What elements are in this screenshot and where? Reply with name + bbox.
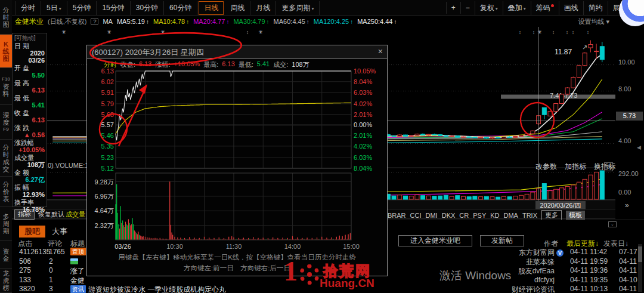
info-value-5: ▲ 0.56: [14, 131, 45, 138]
ma-value-4: MA60:4.45↑: [274, 18, 309, 25]
sidebar-item-kxian-tu[interactable]: K线图: [0, 35, 12, 68]
enter-stock-bar-button[interactable]: 进入金健米业吧: [398, 235, 472, 246]
info-value-10: 16.78%: [14, 206, 45, 213]
forum-tab-1[interactable]: 大事: [47, 226, 73, 238]
axis-price-label-0: 10.00: [618, 58, 635, 66]
period-toolbar: 分时5日▾5分钟15分钟30分钟60分钟日线周线月线更多周期▾ +−复权▾叠加▾…: [12, 0, 644, 16]
news-row-1[interactable]: 韭菜本缘04-11 19:5904-11: [453, 257, 644, 267]
svg-text:✳: ✳: [160, 29, 165, 35]
floating-assistant-ball[interactable]: [619, 0, 644, 26]
volume-pane-close-icon[interactable]: ×: [604, 162, 613, 171]
sidebar-item-fenshi-tu[interactable]: 分时图: [0, 0, 12, 35]
indicator-tab-模板[interactable]: 模板: [566, 211, 585, 220]
close-icon[interactable]: ×: [378, 47, 383, 56]
expand-right-icon[interactable]: »: [625, 201, 629, 209]
chart-mode-label: (日线,不复权): [48, 17, 86, 26]
svg-text:↕: ↕: [552, 29, 555, 35]
period-button-5[interactable]: 60分钟: [164, 1, 197, 15]
sidebar-item-fenjia-biao[interactable]: 分价表: [0, 177, 12, 206]
sidebar-item-fenshi-chengjiao[interactable]: 分时成交: [0, 140, 12, 177]
info-value-9: 12.93%: [14, 191, 45, 198]
svg-text:✳: ✳: [258, 29, 263, 35]
svg-text:10.05%: 10.05%: [354, 67, 376, 75]
info-label-3: 最 低: [14, 94, 45, 101]
svg-text:11:30: 11:30: [226, 243, 242, 250]
period-button-7[interactable]: 周线: [225, 1, 250, 15]
indicator-tab-brar[interactable]: BRAR: [388, 212, 406, 219]
period-button-0[interactable]: 分时: [15, 1, 41, 15]
indicator-tab-dkx[interactable]: DKX: [442, 212, 456, 219]
indicator-tab-更多[interactable]: 更多: [541, 210, 562, 220]
popup-titlebar[interactable]: (600127) 2020年3月26日 星期四 ×: [87, 45, 387, 58]
svg-text:5.57: 5.57: [101, 121, 114, 128]
axis-price-label-2: 4.00: [618, 137, 631, 144]
panel-collapse-icon[interactable]: ⌄: [608, 221, 617, 227]
sidebar-item-shendu-f9[interactable]: 深度F9: [0, 105, 12, 140]
sidebar-item-f10-ziliao[interactable]: F10资料: [0, 68, 12, 105]
cursor-date-label: 2020/03/26/四: [535, 201, 586, 209]
indicator-tab-dmi[interactable]: DMI: [426, 212, 438, 219]
axis-price-label-1: 8.00: [618, 85, 631, 92]
intraday-info-1: 收盘:: [120, 60, 135, 69]
svg-text:↕: ↕: [587, 29, 590, 35]
help-icon[interactable]: ?: [91, 18, 98, 25]
indicator-tab-cci[interactable]: CCI: [410, 212, 422, 219]
news-row-4[interactable]: 财经评论资讯04-11 10:1304-11: [453, 285, 644, 293]
indicator-tab-cr[interactable]: CR: [459, 212, 469, 219]
tool-button-4[interactable]: 筹码: [531, 1, 559, 15]
tool-button-0[interactable]: +: [446, 2, 460, 14]
news-row-0[interactable]: 东方财富网V04-11 11:4207-17: [453, 248, 644, 258]
ma-settings-button[interactable]: 设置均线 ▾: [578, 17, 609, 26]
info-value-2: 6.13: [14, 87, 45, 94]
svg-text:6.02: 6.02: [101, 78, 114, 85]
svg-text:5.79: 5.79: [101, 100, 114, 107]
tool-button-3[interactable]: 叠加▾: [503, 1, 531, 15]
tool-button-6[interactable]: 简约: [583, 1, 608, 15]
ohlc-info-panel[interactable]: [可拖动] 日 期202003/26开 盘5.50最 高6.13最 低5.41收…: [12, 33, 47, 207]
intraday-history-popup[interactable]: 6.136.025.915.795.685.575.465.355.235.12…: [86, 45, 388, 276]
period-button-9[interactable]: 更多周期▾: [276, 1, 320, 15]
scrollbar-thumb[interactable]: [638, 246, 642, 262]
period-button-2[interactable]: 5分钟: [67, 1, 97, 15]
period-button-4[interactable]: 30分钟: [131, 1, 164, 15]
period-button-6[interactable]: 日线: [199, 1, 224, 15]
info-value-1: 5.50: [14, 72, 45, 79]
svg-text:↕: ↕: [572, 29, 575, 35]
forum-tab-0[interactable]: 股吧: [19, 226, 45, 238]
panel-collapse-arrow-icon[interactable]: ◀: [637, 144, 641, 150]
svg-text:10:30: 10:30: [166, 243, 183, 250]
info-value-6: +10.05%: [14, 146, 45, 153]
high-arrow-icon: ↗: [582, 44, 587, 51]
volume-pane-button-1[interactable]: 加指标: [565, 162, 586, 172]
ohlc-rows: 日 期202003/26开 盘5.50最 高6.13最 低5.41收 盘6.13…: [14, 42, 45, 213]
tool-button-1[interactable]: −: [460, 2, 475, 14]
indicator-tab-psy[interactable]: PSY: [473, 212, 486, 219]
tool-buttons: +−复权▾叠加▾筹码画线简约展开◀◀: [446, 1, 644, 15]
left-sidebar-tabs: 分时图K线图F10资料深度F9分时成交分价表多周期资金龙虎榜: [0, 0, 12, 293]
svg-text:8.04%: 8.04%: [354, 165, 372, 172]
indicator-tab-trix[interactable]: TRIX: [522, 212, 537, 219]
trading-app-window: 分时图K线图F10资料深度F9分时成交分价表多周期资金龙虎榜 分时5日▾5分钟1…: [0, 0, 644, 293]
draggable-hint: [可拖动]: [14, 35, 45, 42]
sidebar-item-duo-zhouqi[interactable]: 多周期: [0, 206, 12, 241]
volume-indicator-tab[interactable]: 成交量: [66, 210, 85, 219]
volume-axis-min: 0.00: [618, 189, 631, 196]
period-button-1[interactable]: 5日▾: [41, 1, 67, 15]
indicator-tab-dma[interactable]: DMA: [504, 212, 518, 219]
scrollbar[interactable]: [638, 244, 642, 292]
tool-button-2[interactable]: 复权▾: [475, 1, 503, 15]
tool-button-5[interactable]: 画线: [559, 1, 583, 15]
period-button-3[interactable]: 15分钟: [97, 1, 130, 15]
svg-text:03/26: 03/26: [114, 243, 131, 250]
new-post-button[interactable]: 发新帖: [480, 235, 524, 246]
indicator-tab-kd[interactable]: KD: [490, 212, 499, 219]
intraday-info-0: 分时: [104, 60, 117, 69]
volume-pane-button-0[interactable]: 改参数: [535, 162, 557, 172]
verified-badge-icon: V: [556, 249, 564, 257]
sidebar-item-longhu-bang[interactable]: 龙虎榜: [0, 269, 12, 293]
svg-text:5.23: 5.23: [101, 154, 114, 161]
sidebar-item-zijin[interactable]: 资金: [0, 241, 12, 269]
svg-text:4.02%: 4.02%: [354, 100, 372, 107]
period-button-8[interactable]: 月线: [250, 1, 276, 15]
svg-text:8.04%: 8.04%: [354, 78, 372, 85]
